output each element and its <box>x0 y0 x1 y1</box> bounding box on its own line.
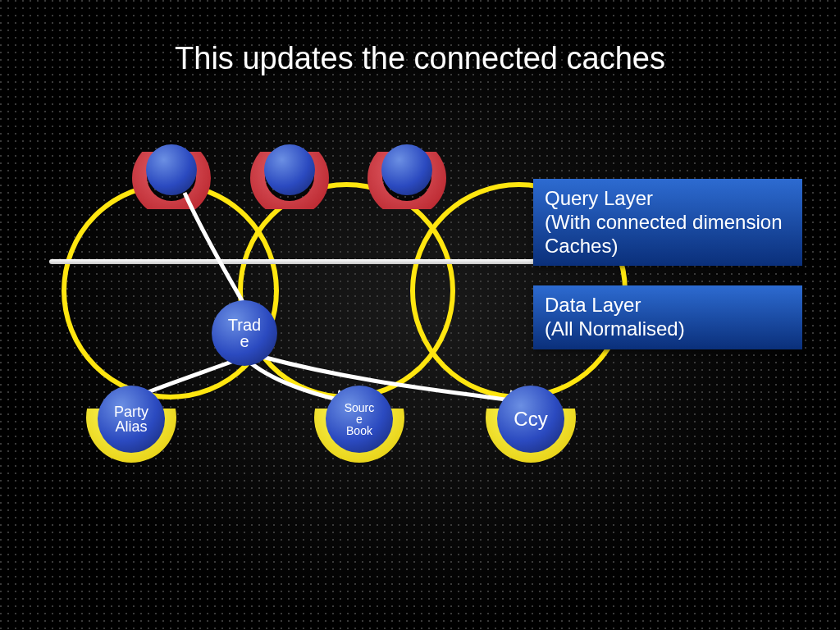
source-book-node: SourceBook <box>326 386 393 453</box>
slide-title: This updates the connected caches <box>0 41 840 76</box>
query-cache-node-1 <box>146 144 197 195</box>
party-alias-node: PartyAlias <box>98 386 165 453</box>
data-layer-label: Data Layer(All Normalised) <box>533 285 802 349</box>
trade-node: Trade <box>212 300 277 366</box>
query-layer-label: Query Layer(With connected dimension Cac… <box>533 179 802 266</box>
query-cache-node-2 <box>264 144 315 195</box>
ccy-node: Ccy <box>497 386 564 453</box>
query-cache-node-3 <box>381 144 432 195</box>
